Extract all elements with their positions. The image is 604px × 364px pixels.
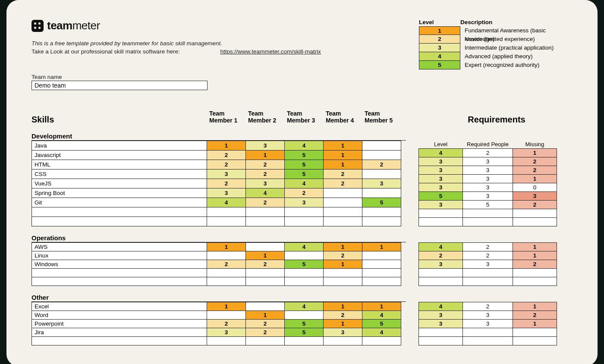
skill-level-cell[interactable]: 2: [246, 198, 285, 207]
req-missing-cell[interactable]: 2: [513, 166, 557, 174]
skill-level-cell[interactable]: [324, 198, 362, 207]
req-missing-cell[interactable]: 1: [513, 174, 557, 183]
skill-name-cell[interactable]: HTML: [32, 160, 207, 169]
req-level-cell[interactable]: 4: [419, 302, 463, 311]
skill-level-cell[interactable]: 1: [246, 151, 285, 160]
skill-level-cell[interactable]: 1: [324, 141, 362, 151]
req-level-cell[interactable]: [419, 217, 463, 226]
req-missing-cell[interactable]: [513, 328, 557, 336]
skill-level-cell[interactable]: [246, 277, 285, 286]
req-level-cell[interactable]: 3: [419, 157, 463, 166]
skill-level-cell[interactable]: [246, 242, 285, 251]
req-missing-cell[interactable]: 1: [513, 242, 557, 251]
skill-level-cell[interactable]: [207, 251, 246, 260]
req-level-cell[interactable]: [419, 268, 463, 277]
skill-level-cell[interactable]: 2: [246, 169, 285, 179]
skill-level-cell[interactable]: [285, 277, 324, 286]
req-missing-cell[interactable]: 0: [513, 183, 557, 191]
skill-name-cell[interactable]: Excel: [32, 302, 207, 311]
req-people-cell[interactable]: 3: [463, 183, 513, 191]
skill-level-cell[interactable]: [362, 151, 401, 160]
req-people-cell[interactable]: 2: [463, 242, 513, 251]
skill-level-cell[interactable]: 2: [207, 160, 246, 169]
skill-name-cell[interactable]: [32, 336, 207, 345]
skill-level-cell[interactable]: [246, 268, 285, 277]
skill-level-cell[interactable]: [285, 207, 324, 217]
skill-level-cell[interactable]: 1: [207, 141, 246, 151]
skill-name-cell[interactable]: AWS: [32, 242, 207, 251]
skill-level-cell[interactable]: 5: [362, 198, 401, 207]
req-level-cell[interactable]: 3: [419, 174, 463, 183]
skill-level-cell[interactable]: [324, 336, 362, 345]
skill-level-cell[interactable]: [324, 188, 362, 198]
req-people-cell[interactable]: 3: [463, 166, 513, 174]
skill-level-cell[interactable]: 1: [324, 260, 362, 268]
req-people-cell[interactable]: 3: [463, 319, 513, 328]
skill-level-cell[interactable]: [246, 207, 285, 217]
req-people-cell[interactable]: 3: [463, 311, 513, 319]
skill-level-cell[interactable]: 3: [207, 188, 246, 198]
req-level-cell[interactable]: 3: [419, 319, 463, 328]
skill-level-cell[interactable]: 4: [285, 179, 324, 188]
skill-level-cell[interactable]: 4: [362, 311, 401, 319]
skill-level-cell[interactable]: 2: [246, 328, 285, 336]
req-people-cell[interactable]: 3: [463, 157, 513, 166]
skill-level-cell[interactable]: 5: [285, 169, 324, 179]
skill-level-cell[interactable]: 1: [324, 151, 362, 160]
skill-level-cell[interactable]: [207, 268, 246, 277]
skill-level-cell[interactable]: [362, 141, 401, 151]
skill-level-cell[interactable]: 2: [324, 311, 362, 319]
req-level-cell[interactable]: 2: [419, 251, 463, 260]
skill-level-cell[interactable]: 3: [246, 141, 285, 151]
req-people-cell[interactable]: 3: [463, 260, 513, 268]
skill-level-cell[interactable]: [207, 277, 246, 286]
skill-level-cell[interactable]: [362, 169, 401, 179]
req-level-cell[interactable]: 4: [419, 242, 463, 251]
skill-name-cell[interactable]: CSS: [32, 169, 207, 179]
skill-level-cell[interactable]: [285, 251, 324, 260]
skill-level-cell[interactable]: 3: [207, 169, 246, 179]
skill-level-cell[interactable]: 1: [207, 242, 246, 251]
skill-level-cell[interactable]: 4: [285, 141, 324, 151]
req-people-cell[interactable]: [463, 277, 513, 286]
skill-level-cell[interactable]: 2: [207, 260, 246, 268]
req-missing-cell[interactable]: [513, 217, 557, 226]
skill-name-cell[interactable]: Jira: [32, 328, 207, 336]
req-level-cell[interactable]: [419, 209, 463, 217]
skill-level-cell[interactable]: 4: [285, 242, 324, 251]
skill-level-cell[interactable]: 1: [362, 242, 401, 251]
req-missing-cell[interactable]: 2: [513, 311, 557, 319]
skill-level-cell[interactable]: [324, 277, 362, 286]
skill-level-cell[interactable]: 1: [246, 251, 285, 260]
req-level-cell[interactable]: 4: [419, 148, 463, 157]
req-people-cell[interactable]: [463, 328, 513, 336]
req-level-cell[interactable]: [419, 277, 463, 286]
skill-level-cell[interactable]: 2: [207, 151, 246, 160]
skill-level-cell[interactable]: 2: [324, 251, 362, 260]
skill-name-cell[interactable]: Word: [32, 311, 207, 319]
skill-level-cell[interactable]: [362, 268, 401, 277]
req-missing-cell[interactable]: 3: [513, 191, 557, 200]
req-missing-cell[interactable]: 2: [513, 260, 557, 268]
skill-level-cell[interactable]: 5: [285, 160, 324, 169]
skill-level-cell[interactable]: [362, 217, 401, 226]
skill-level-cell[interactable]: 2: [207, 319, 246, 328]
req-level-cell[interactable]: 3: [419, 260, 463, 268]
skill-name-cell[interactable]: [32, 277, 207, 286]
team-name-input[interactable]: Demo team: [31, 81, 208, 90]
skill-level-cell[interactable]: 4: [362, 328, 401, 336]
skill-level-cell[interactable]: 2: [285, 188, 324, 198]
req-missing-cell[interactable]: 2: [513, 200, 557, 209]
skill-level-cell[interactable]: 1: [324, 242, 362, 251]
skill-level-cell[interactable]: 4: [246, 188, 285, 198]
skill-level-cell[interactable]: [207, 207, 246, 217]
req-people-cell[interactable]: 2: [463, 148, 513, 157]
skill-level-cell[interactable]: [362, 251, 401, 260]
req-missing-cell[interactable]: 1: [513, 251, 557, 260]
skill-name-cell[interactable]: [32, 217, 207, 226]
skill-name-cell[interactable]: Windows: [32, 260, 207, 268]
req-level-cell[interactable]: 3: [419, 183, 463, 191]
req-level-cell[interactable]: 3: [419, 311, 463, 319]
req-missing-cell[interactable]: 2: [513, 157, 557, 166]
skill-level-cell[interactable]: [285, 268, 324, 277]
